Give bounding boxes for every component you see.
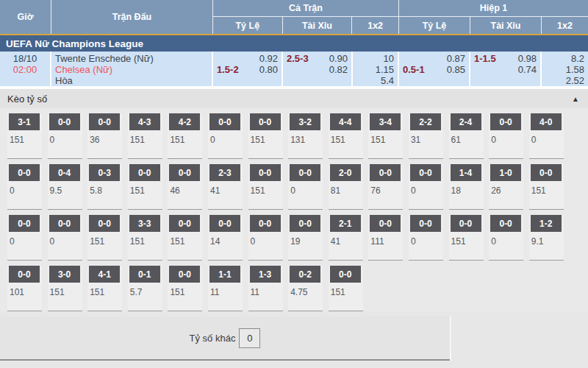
match-time: 02:00 [4, 64, 46, 75]
score-cell[interactable]: 0-00 [7, 164, 42, 210]
score-cell[interactable]: 0-00 [409, 215, 443, 261]
collapse-arrow-icon[interactable]: ▲ [572, 95, 579, 103]
half-1x2-away-odds[interactable]: 1.58 [566, 64, 584, 75]
half-1x2-home-odds[interactable]: 8.2 [571, 53, 584, 64]
score-cell[interactable]: 0-35.8 [87, 164, 122, 210]
score-cell[interactable]: 0-0151 [449, 215, 484, 261]
score-label: 0-0 [209, 215, 240, 232]
score-cell[interactable]: 3-0151 [48, 266, 82, 311]
score-odds: 151 [168, 236, 202, 247]
away-team[interactable]: Chelsea (Nữ) [55, 64, 208, 75]
score-odds: 0 [208, 135, 243, 145]
full-hdp-home-odds[interactable]: 0.92 [259, 53, 278, 64]
score-cell[interactable]: 4-00 [529, 113, 564, 159]
col-header-full-ratio: Tỷ Lệ [213, 17, 283, 34]
score-cell[interactable]: 0-019 [288, 215, 323, 261]
score-label: 0-0 [49, 215, 80, 232]
score-cell[interactable]: 0-076 [368, 164, 403, 210]
score-cell[interactable]: 0-24.75 [288, 266, 323, 311]
col-header-half-overunder: Tài Xỉu [470, 17, 542, 34]
score-cell[interactable]: 0-00 [288, 164, 323, 210]
half-1x2-draw-odds[interactable]: 2.52 [566, 75, 584, 86]
score-label: 3-4 [370, 113, 401, 130]
score-cell[interactable]: 0-0151 [128, 164, 162, 210]
score-odds: 0 [48, 135, 82, 145]
score-cell[interactable]: 2-461 [449, 113, 484, 159]
full-under-odds[interactable]: 0.82 [329, 64, 348, 75]
col-header-full-match: Cả Trận [213, 0, 398, 17]
home-team[interactable]: Twente Enschede (Nữ) [55, 53, 208, 64]
score-cell[interactable]: 3-2131 [288, 113, 323, 159]
score-cell[interactable]: 0-0151 [529, 164, 564, 210]
full-1x2-home-odds[interactable]: 10 [384, 53, 394, 64]
score-cell[interactable]: 0-00 [489, 113, 523, 159]
score-label: 0-2 [290, 266, 320, 283]
score-odds: 11 [208, 287, 243, 297]
score-cell[interactable]: 0-0151 [248, 113, 283, 159]
half-under-odds[interactable]: 0.74 [518, 64, 537, 75]
half-handicap-cell: 0.87 0.5-10.85 [399, 52, 470, 86]
score-cell[interactable]: 1-111 [208, 266, 243, 311]
score-cell[interactable]: 0-0151 [168, 215, 202, 261]
score-cell[interactable]: 0-0151 [168, 266, 202, 311]
score-cell[interactable]: 2-081 [329, 164, 363, 210]
full-ou-line: 2.5-3 [287, 53, 309, 64]
score-cell[interactable]: 0-00 [248, 215, 283, 261]
score-label: 0-0 [9, 215, 40, 232]
score-cell[interactable]: 0-00 [208, 113, 243, 159]
score-cell[interactable]: 0-0151 [248, 164, 283, 210]
score-cell[interactable]: 3-3151 [128, 215, 162, 261]
score-cell[interactable]: 4-4151 [329, 113, 363, 159]
half-hdp-home-odds[interactable]: 0.87 [447, 53, 465, 64]
score-cell[interactable]: 4-2151 [168, 113, 202, 159]
score-cell[interactable]: 0-00 [7, 215, 42, 261]
score-cell[interactable]: 0-00 [48, 215, 82, 261]
score-cell[interactable]: 1-311 [248, 266, 283, 311]
score-cell[interactable]: 3-4151 [368, 113, 403, 159]
score-odds: 101 [7, 287, 42, 297]
score-cell[interactable]: 0-15.7 [128, 266, 162, 311]
full-hdp-away-odds[interactable]: 0.80 [259, 64, 278, 75]
score-label: 2-4 [451, 113, 481, 130]
full-1x2-away-odds[interactable]: 1.15 [376, 64, 394, 75]
score-cell[interactable]: 2-341 [208, 164, 243, 210]
score-odds: 151 [7, 135, 42, 145]
score-row: 0-01013-01514-11510-15.70-01511-1111-311… [0, 266, 588, 311]
score-cell[interactable]: 0-0151 [329, 266, 363, 311]
other-score-value[interactable]: 0 [239, 328, 260, 348]
draw-label[interactable]: Hòa [55, 75, 208, 86]
half-over-odds[interactable]: 0.98 [518, 53, 537, 64]
score-cell[interactable]: 1-29.1 [529, 215, 564, 261]
score-cell[interactable]: 0-0151 [87, 215, 122, 261]
col-header-half-ratio: Tỷ Lệ [399, 17, 470, 34]
score-odds: 0 [48, 236, 82, 247]
score-label: 0-0 [290, 164, 320, 181]
score-cell[interactable]: 2-231 [409, 113, 443, 159]
score-cell[interactable]: 0-49.5 [48, 164, 82, 210]
score-cell[interactable]: 1-026 [489, 164, 523, 210]
half-hdp-away-odds[interactable]: 0.85 [447, 64, 465, 75]
score-odds: 5.7 [128, 287, 162, 297]
score-cell[interactable]: 0-00 [489, 215, 523, 261]
score-odds: 151 [87, 236, 122, 247]
score-section-header[interactable]: Kèo tỷ số ▲ [0, 89, 588, 108]
score-cell[interactable]: 0-014 [208, 215, 243, 261]
score-cell[interactable]: 0-046 [168, 164, 202, 210]
score-cell[interactable]: 1-418 [449, 164, 484, 210]
full-1x2-draw-odds[interactable]: 5.4 [381, 75, 394, 86]
score-cell[interactable]: 0-0101 [7, 266, 42, 311]
full-over-odds[interactable]: 0.90 [329, 53, 348, 64]
score-cell[interactable]: 2-141 [329, 215, 363, 261]
score-odds: 151 [329, 135, 363, 145]
score-cell[interactable]: 0-0111 [368, 215, 403, 261]
score-cell[interactable]: 3-1151 [7, 113, 42, 159]
score-cell[interactable]: 0-00 [48, 113, 82, 159]
score-cell[interactable]: 0-036 [87, 113, 122, 159]
score-cell[interactable]: 0-00 [409, 164, 443, 210]
score-cell[interactable]: 4-3151 [128, 113, 162, 159]
col-header-half-1x2: 1x2 [542, 17, 588, 34]
score-odds: 0 [288, 185, 323, 196]
score-label: 0-0 [490, 215, 521, 232]
score-label: 0-0 [330, 266, 361, 283]
score-cell[interactable]: 4-1151 [87, 266, 122, 311]
